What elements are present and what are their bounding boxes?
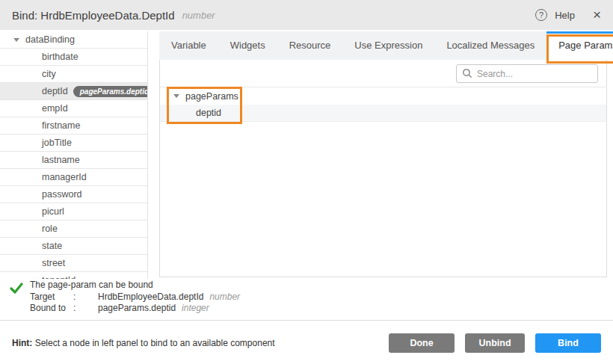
- dialog-title: Bind: HrdbEmployeeData.DeptId: [12, 9, 175, 22]
- sidebar-item-databinding[interactable]: dataBinding: [0, 31, 147, 49]
- status-boundto-value: pageParams.deptid: [98, 303, 176, 313]
- bound-value-badge: pageParams.deptid: [73, 86, 148, 97]
- status-boundto-type: integer: [182, 303, 209, 313]
- status-target-row: Target:HrdbEmployeeData.deptIdnumber: [30, 291, 359, 303]
- status-boundto-row: Bound to:pageParams.deptidinteger: [30, 303, 359, 315]
- caret-down-icon[interactable]: [13, 38, 19, 42]
- tab-use-expression[interactable]: Use Expression: [342, 31, 434, 60]
- tab-resource[interactable]: Resource: [277, 31, 343, 60]
- dialog-header: Bind: HrdbEmployeeData.DeptId number ? H…: [0, 0, 613, 30]
- active-tab-indicator: [546, 31, 613, 34]
- sidebar-item-lastname[interactable]: lastname: [0, 152, 147, 169]
- status-target-value: HrdbEmployeeData.deptId: [98, 291, 203, 302]
- help-button[interactable]: Help: [555, 10, 575, 21]
- bind-dialog: Bind: HrdbEmployeeData.DeptId number ? H…: [0, 0, 613, 364]
- sidebar-item-street[interactable]: street: [0, 255, 147, 272]
- page-params-tree: pageParams deptid: [160, 87, 606, 122]
- search-row: [160, 60, 606, 87]
- close-icon[interactable]: ×: [593, 9, 601, 21]
- sidebar-item-role[interactable]: role: [0, 220, 147, 238]
- status-message: The page-param can be bound: [30, 280, 359, 291]
- search-box: [456, 64, 598, 83]
- tree-item-pageparams[interactable]: pageParams: [160, 87, 606, 105]
- hint-text: Hint: Select a node in left panel to bin…: [12, 338, 275, 348]
- done-button[interactable]: Done: [389, 333, 455, 353]
- tree-item-deptid[interactable]: deptid: [160, 105, 606, 122]
- tab-localized-messages[interactable]: Localized Messages: [434, 31, 546, 60]
- sidebar-item-empid[interactable]: empId: [0, 100, 147, 117]
- success-check-icon: [10, 283, 23, 294]
- page-params-panel: pageParams deptid: [159, 60, 607, 277]
- dialog-title-type: number: [182, 10, 215, 21]
- tab-variable[interactable]: Variable: [159, 31, 218, 60]
- search-input[interactable]: [456, 64, 598, 83]
- caret-down-icon[interactable]: [173, 94, 179, 98]
- sidebar-item-jobtitle[interactable]: jobTitle: [0, 135, 147, 152]
- help-icon[interactable]: ?: [535, 9, 547, 21]
- unbind-button[interactable]: Unbind: [465, 333, 525, 353]
- footer-divider: [0, 320, 613, 321]
- sidebar-item-birthdate[interactable]: birthdate: [0, 49, 147, 66]
- sidebar-item-state[interactable]: state: [0, 238, 147, 255]
- sidebar-item-firstname[interactable]: firstname: [0, 117, 147, 135]
- tab-page-params[interactable]: Page Params: [546, 31, 613, 60]
- tab-widgets[interactable]: Widgets: [218, 31, 277, 60]
- binding-status: The page-param can be bound Target:HrdbE…: [0, 280, 359, 315]
- footer-buttons: Done Unbind Bind: [389, 333, 601, 353]
- status-target-type: number: [209, 291, 240, 302]
- sidebar-item-managerid[interactable]: managerId: [0, 169, 147, 186]
- sidebar-item-picurl[interactable]: picurl: [0, 203, 147, 220]
- bind-source-tabs: Variable Widgets Resource Use Expression…: [159, 31, 607, 60]
- sidebar-item-password[interactable]: password: [0, 186, 147, 203]
- sidebar-item-deptid[interactable]: deptId pageParams.deptid: [0, 83, 147, 100]
- binding-tree-sidebar: dataBinding birthdate city deptId pagePa…: [0, 31, 148, 279]
- sidebar-item-tenantid[interactable]: tenantId: [0, 272, 147, 279]
- sidebar-item-city[interactable]: city: [0, 66, 147, 83]
- bind-button[interactable]: Bind: [535, 333, 601, 353]
